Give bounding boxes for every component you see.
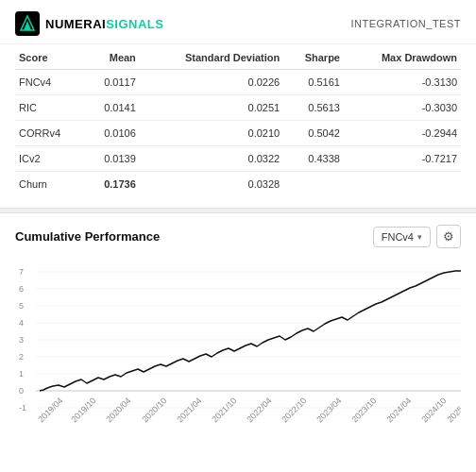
- cell-sharpe: 0.5161: [283, 70, 344, 95]
- cumulative-performance-chart: 7 6 5 4 3 2 1 0 -1 2019/04 2019/10 2020/…: [15, 258, 461, 437]
- cell-sharpe: [283, 172, 344, 197]
- table-row: ICv20.01390.03220.4338-0.7217: [15, 146, 461, 172]
- chart-controls: FNCv4 ▾ ⚙: [373, 225, 461, 248]
- table-body: FNCv40.01170.02260.5161-0.3130RIC0.01410…: [15, 70, 461, 197]
- integration-badge: INTEGRATION_TEST: [350, 18, 461, 29]
- cell-mean: 0.0141: [84, 95, 140, 121]
- col-mean: Mean: [84, 44, 140, 70]
- logo-text: NUMERAISIGNALS: [45, 17, 163, 31]
- cell-score: CORRv4: [15, 121, 84, 146]
- chevron-down-icon: ▾: [417, 232, 422, 242]
- cell-mean: 0.0117: [84, 70, 140, 95]
- col-std: Standard Deviation: [140, 44, 283, 70]
- x-label-12: 2024/10: [419, 396, 448, 424]
- table-row: RIC0.01410.02510.5613-0.3030: [15, 95, 461, 121]
- cell-std: 0.0210: [140, 121, 283, 146]
- scores-table-section: Score Mean Standard Deviation Sharpe Max…: [0, 44, 476, 208]
- cell-std: 0.0328: [140, 172, 283, 197]
- table-row: FNCv40.01170.02260.5161-0.3130: [15, 70, 461, 95]
- col-score: Score: [15, 44, 84, 70]
- dropdown-label: FNCv4: [382, 231, 414, 243]
- cell-score: FNCv4: [15, 70, 84, 95]
- cell-maxdd: -0.3030: [344, 95, 461, 121]
- x-label-1: 2019/04: [36, 396, 64, 424]
- logo-numerai: NUMERAI: [45, 17, 106, 31]
- x-label-4: 2020/10: [140, 396, 168, 424]
- cell-std: 0.0226: [140, 70, 283, 95]
- cell-sharpe: 0.4338: [283, 146, 344, 172]
- x-label-9: 2023/04: [314, 396, 343, 424]
- chart-svg: 7 6 5 4 3 2 1 0 -1 2019/04 2019/10 2020/…: [15, 258, 461, 437]
- y-label-1: 1: [19, 369, 24, 379]
- cell-sharpe: 0.5613: [283, 95, 344, 121]
- x-label-10: 2023/10: [349, 396, 378, 424]
- cell-maxdd: [344, 172, 461, 197]
- cell-std: 0.0322: [140, 146, 283, 172]
- x-label-5: 2021/04: [175, 396, 203, 424]
- x-label-13: 2025/01: [445, 396, 461, 424]
- chart-header: Cumulative Performance FNCv4 ▾ ⚙: [15, 225, 461, 248]
- table-header-row: Score Mean Standard Deviation Sharpe Max…: [15, 44, 461, 70]
- metric-dropdown[interactable]: FNCv4 ▾: [373, 227, 431, 247]
- cell-sharpe: 0.5042: [283, 121, 344, 146]
- x-label-7: 2022/04: [245, 396, 273, 424]
- y-label-7: 7: [19, 267, 24, 277]
- x-label-3: 2020/04: [104, 396, 132, 424]
- cell-score: Churn: [15, 172, 84, 197]
- y-label-4: 4: [19, 318, 24, 328]
- cell-score: RIC: [15, 95, 84, 121]
- logo-area: NUMERAISIGNALS: [15, 11, 163, 36]
- x-label-8: 2022/10: [280, 396, 308, 424]
- cell-std: 0.0251: [140, 95, 283, 121]
- numerai-logo-icon: [15, 11, 40, 36]
- col-maxdd: Max Drawdown: [344, 44, 461, 70]
- y-label-neg1: -1: [19, 403, 26, 413]
- y-label-5: 5: [19, 301, 24, 311]
- y-label-3: 3: [19, 335, 24, 345]
- y-label-2: 2: [19, 352, 24, 362]
- cell-maxdd: -0.3130: [344, 70, 461, 95]
- logo-signals: SIGNALS: [106, 17, 163, 31]
- x-label-11: 2024/04: [384, 396, 413, 424]
- chart-section: Cumulative Performance FNCv4 ▾ ⚙ 7 6 5 4…: [0, 213, 476, 445]
- chart-title: Cumulative Performance: [15, 229, 160, 244]
- cell-mean: 0.1736: [84, 172, 140, 197]
- cell-maxdd: -0.7217: [344, 146, 461, 172]
- page-header: NUMERAISIGNALS INTEGRATION_TEST: [0, 0, 476, 44]
- table-row: CORRv40.01060.02100.5042-0.2944: [15, 121, 461, 146]
- scores-table: Score Mean Standard Deviation Sharpe Max…: [15, 44, 461, 196]
- table-row: Churn0.17360.0328: [15, 172, 461, 197]
- x-label-2: 2019/10: [69, 396, 97, 424]
- gear-icon: ⚙: [443, 229, 454, 244]
- y-label-0: 0: [19, 386, 24, 396]
- settings-button[interactable]: ⚙: [436, 225, 461, 248]
- cell-mean: 0.0139: [84, 146, 140, 172]
- cell-score: ICv2: [15, 146, 84, 172]
- y-label-6: 6: [19, 284, 24, 294]
- x-label-6: 2021/10: [210, 396, 238, 424]
- cell-maxdd: -0.2944: [344, 121, 461, 146]
- col-sharpe: Sharpe: [283, 44, 344, 70]
- cell-mean: 0.0106: [84, 121, 140, 146]
